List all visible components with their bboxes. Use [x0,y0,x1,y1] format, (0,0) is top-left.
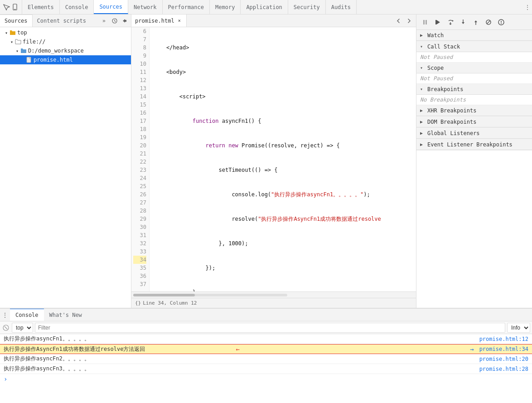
console-text-2: 执行异步操作AsyncFn1成功将数据通过resolve方法返回 [0,345,233,353]
file-tree: ▾ top ▾ file:// ▾ [0,27,131,308]
top-nav-tabs: Elements Console Sources Network Perform… [22,0,523,14]
tree-arrow-workspace: ▾ [15,49,20,53]
device-icon[interactable] [12,4,19,11]
deactivate-breakpoints-button[interactable] [484,17,493,27]
editor-tabs-bar: promise.html × [131,15,416,27]
tab-application[interactable]: Application [241,0,288,14]
console-text-3: 执行异步操作asyncFn2。。。。。 [0,355,476,363]
editor-status-bar: {} Line 34, Column 12 [131,298,416,308]
section-header-xhr[interactable]: ▶ XHR Breakpoints [416,105,532,116]
debugger-toolbar [416,15,532,30]
console-line-2: 执行异步操作AsyncFn1成功将数据通过resolve方法返回 ← → pro… [0,344,532,354]
level-select[interactable]: Info [507,323,530,333]
tree-item-workspace[interactable]: ▾ D:/demo_workspace [0,46,131,55]
sources-tab-sources[interactable]: Sources [0,15,33,27]
console-chevron-icon: › [4,375,7,383]
tab-memory[interactable]: Memory [210,0,241,14]
section-callstack: ▾ Call Stack Not Paused [416,41,532,63]
svg-rect-1 [14,9,16,10]
tab-performance[interactable]: Performance [163,0,210,14]
svg-rect-5 [426,20,427,24]
section-global-listeners: ▶ Global Listeners [416,128,532,139]
inspect-icon[interactable] [3,4,10,11]
tab-sources[interactable]: Sources [94,0,128,14]
step-into-button[interactable] [458,17,468,27]
folder-icon-workspace [20,48,27,54]
section-header-event[interactable]: ▶ Event Listener Breakpoints [416,139,532,150]
section-header-global[interactable]: ▶ Global Listeners [416,128,532,139]
editor-nav-back-button[interactable] [393,16,403,26]
console-line-3: 执行异步操作asyncFn2。。。。。 promise.html:20 [0,354,532,364]
dom-arrow-icon: ▶ [420,119,426,124]
console-clear-button[interactable] [2,324,10,332]
tree-arrow-top: ▾ [4,30,9,35]
sources-tab-content-scripts[interactable]: Content scripts [33,15,91,27]
resume-button[interactable] [433,17,443,27]
section-header-dom[interactable]: ▶ DOM Breakpoints [416,117,532,127]
section-header-callstack[interactable]: ▾ Call Stack [416,41,532,52]
editor-nav-forward-button[interactable] [404,16,414,26]
svg-marker-7 [452,20,454,22]
console-arrow-right: → [468,345,475,353]
console-source-4[interactable]: promise.html:28 [476,366,532,372]
console-source-2[interactable]: promise.html:34 [476,346,532,352]
console-source-3[interactable]: promise.html:20 [476,356,532,362]
console-text-4: 执行异步操作asyncFn3。。。。。 [0,365,476,373]
tree-item-promise-html[interactable]: promise.html [0,55,131,64]
console-source-1[interactable]: promise.html:12 [476,336,532,342]
svg-rect-6 [435,20,436,24]
step-out-button[interactable] [471,17,481,27]
editor-panel: promise.html × 678910 1112131415 1617181… [131,15,416,308]
more-tabs-button[interactable]: ⋮ [523,3,532,12]
tab-audits[interactable]: Audits [326,0,357,14]
file-icon-promise [25,57,33,63]
breakpoints-placeholder: No Breakpoints [416,95,532,105]
sources-tab-more[interactable]: » [100,18,108,24]
tab-security[interactable]: Security [288,0,326,14]
section-header-breakpoints[interactable]: ▾ Breakpoints [416,84,532,95]
tree-item-top[interactable]: ▾ top [0,28,131,37]
section-header-scope[interactable]: ▾ Scope [416,63,532,73]
editor-tab-close[interactable]: × [176,18,183,24]
console-tab-whatsnew[interactable]: What's New [44,309,87,321]
watch-arrow-icon: ▶ [420,33,426,38]
section-scope: ▾ Scope Not Paused [416,63,532,84]
code-area: 678910 1112131415 1617181920 2122232425 … [131,27,416,308]
console-line-4: 执行异步操作asyncFn3。。。。。 promise.html:28 [0,364,532,374]
tree-item-file[interactable]: ▾ file:// [0,37,131,46]
code-scroll[interactable]: 678910 1112131415 1617181920 2122232425 … [131,27,416,291]
svg-line-15 [487,20,490,24]
svg-rect-3 [27,57,31,63]
global-title: Global Listeners [427,130,480,136]
code-content[interactable]: </head> <body> <script> function asyncFn… [150,27,416,291]
sources-back-button[interactable] [120,16,129,25]
main-area: Sources Content scripts » ▾ top [0,15,532,308]
console-panel-menu[interactable]: ⋮ [0,311,10,319]
horizontal-scrollbar[interactable] [131,291,416,298]
pause-button[interactable] [420,17,430,27]
tab-network[interactable]: Network [128,0,163,14]
console-arrow-left: ← [233,345,242,353]
pause-on-exceptions-button[interactable] [496,17,506,27]
sources-tabs-bar: Sources Content scripts » [0,15,131,27]
step-over-button[interactable] [445,17,455,27]
top-toolbar: Elements Console Sources Network Perform… [0,0,532,15]
filter-input[interactable] [35,323,505,333]
console-line-1: 执行异步操作asyncFn1。。。。。 promise.html:12 [0,334,532,344]
sources-panel: Sources Content scripts » ▾ top [0,15,131,308]
status-position: Line 34, Column 12 [143,300,197,306]
section-dom-breakpoints: ▶ DOM Breakpoints [416,117,532,128]
tab-elements[interactable]: Elements [22,0,60,14]
svg-line-20 [5,326,7,329]
sources-sync-button[interactable] [110,16,119,25]
section-header-watch[interactable]: ▶ Watch [416,30,532,41]
console-toolbar: top Info [0,321,532,334]
console-prompt: › [0,374,532,384]
context-select[interactable]: top [12,323,33,333]
xhr-arrow-icon: ▶ [420,108,426,113]
editor-tab-promise[interactable]: promise.html × [131,15,187,27]
console-tab-console[interactable]: Console [10,309,44,321]
breakpoints-arrow-icon: ▾ [420,87,426,92]
tree-label-promise: promise.html [34,57,73,63]
tab-console[interactable]: Console [60,0,94,14]
